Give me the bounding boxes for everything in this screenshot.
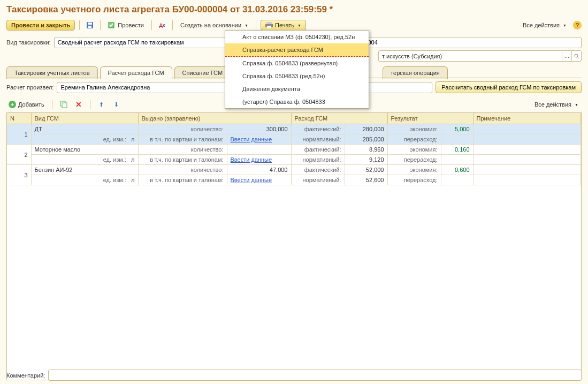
tab-writeoff[interactable]: Списание ГСМ xyxy=(174,66,231,79)
chevron-down-icon: ▼ xyxy=(563,24,567,27)
enter-data-link[interactable]: Ввести данные xyxy=(231,156,272,163)
comment-label: Комментарий: xyxy=(6,372,45,379)
ellipsis-icon[interactable]: … xyxy=(562,51,571,61)
col-consumption[interactable]: Расход ГСМ xyxy=(291,113,387,124)
help-icon[interactable]: ? xyxy=(573,21,582,29)
print-button[interactable]: Печать ▼ xyxy=(261,20,306,31)
chevron-down-icon: ▼ xyxy=(297,24,301,27)
dk-icon[interactable]: ДК xyxy=(156,19,168,31)
table-row[interactable]: 1ДТколичество:300,000фактический:280,000… xyxy=(7,124,581,134)
fuel-table: N Вид ГСМ Выдано (заправлено) Расход ГСМ… xyxy=(6,112,582,380)
menu-act-writeoff[interactable]: Акт о списании МЗ (ф. 0504230), ред.52н xyxy=(225,31,369,43)
svg-line-10 xyxy=(577,57,579,58)
delete-icon[interactable]: ✕ xyxy=(73,99,85,110)
menu-ref-52n[interactable]: Справка ф. 0504833 (ред.52н) xyxy=(225,70,369,82)
table-subrow[interactable]: ед. изм.: лв т.ч. по картам и талонам:Вв… xyxy=(7,155,581,165)
calc-by-label: Расчет произвел: xyxy=(6,84,54,91)
post-icon xyxy=(108,21,116,29)
svg-rect-2 xyxy=(88,26,91,28)
chevron-down-icon: ▼ xyxy=(245,24,248,27)
chevron-down-icon: ▼ xyxy=(575,103,578,107)
add-button[interactable]: + Добавить xyxy=(6,100,47,109)
create-based-button[interactable]: Создать на основании ▼ xyxy=(177,20,251,30)
all-actions-button[interactable]: Все действия ▼ xyxy=(520,20,570,30)
number-input[interactable] xyxy=(338,37,582,48)
table-subrow[interactable]: ед. изм.: лв т.ч. по картам и талонам:Вв… xyxy=(7,134,581,145)
search-icon[interactable] xyxy=(571,51,581,61)
menu-ref-expanded[interactable]: Справка ф. 0504833 (развернутая) xyxy=(225,57,369,70)
tab-operation[interactable]: терская операция xyxy=(383,66,448,79)
move-up-icon[interactable]: ⬆ xyxy=(96,99,108,110)
svg-rect-4 xyxy=(266,22,272,24)
tab-taxing-lists[interactable]: Таксировки учетных листов xyxy=(6,66,98,79)
taxing-type-label: Вид таксировки: xyxy=(6,39,51,46)
print-menu: Акт о списании МЗ (ф. 0504230), ред.52н … xyxy=(225,30,369,109)
plus-icon: + xyxy=(9,101,16,108)
table-subrow[interactable]: ед. изм.: лв т.ч. по картам и талонам:Вв… xyxy=(7,175,581,185)
col-result[interactable]: Результат xyxy=(387,113,473,124)
save-icon[interactable] xyxy=(84,19,96,31)
svg-rect-1 xyxy=(88,22,92,25)
enter-data-link[interactable]: Ввести данные xyxy=(231,177,272,183)
comment-input[interactable] xyxy=(48,370,582,381)
col-n[interactable]: N xyxy=(7,113,31,124)
menu-deprecated[interactable]: (устарел) Справка ф. 0504833 xyxy=(225,95,369,108)
table-all-actions-button[interactable]: Все действия ▼ xyxy=(531,100,582,109)
move-down-icon[interactable]: ⬇ xyxy=(111,99,123,110)
svg-rect-6 xyxy=(267,26,271,28)
enter-data-link[interactable]: Ввести данные xyxy=(231,136,272,142)
col-fuel[interactable]: Вид ГСМ xyxy=(31,113,138,124)
menu-fuel-report[interactable]: Справка-расчет расхода ГСМ xyxy=(225,43,369,57)
col-note[interactable]: Примечание xyxy=(473,113,581,124)
org-fragment: т искусств (Субсидия) xyxy=(379,53,445,59)
col-issued[interactable]: Выдано (заправлено) xyxy=(138,113,291,124)
printer-icon xyxy=(265,22,273,28)
table-row[interactable]: 2Моторное маслоколичество:фактический:8,… xyxy=(7,145,581,155)
post-and-close-button[interactable]: Провести и закрыть xyxy=(6,20,75,31)
svg-rect-12 xyxy=(62,103,67,108)
calculate-button[interactable]: Рассчитать сводный расход ГСМ по таксиро… xyxy=(436,81,582,93)
copy-icon[interactable] xyxy=(58,99,70,110)
table-row[interactable]: 3Бензин АИ-92количество:47,000фактически… xyxy=(7,165,581,175)
page-title: Таксировка учетного листа агрегата БУ00-… xyxy=(0,0,588,18)
tab-fuel-calc[interactable]: Расчет расхода ГСМ xyxy=(100,66,172,79)
post-button[interactable]: Провести xyxy=(105,20,147,31)
menu-movements[interactable]: Движения документа xyxy=(225,82,369,95)
